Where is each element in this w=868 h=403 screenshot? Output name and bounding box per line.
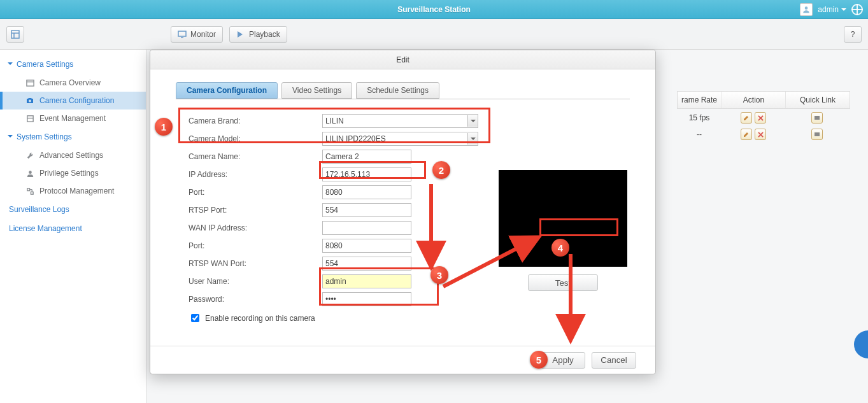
sidebar-header-system[interactable]: System Settings (0, 127, 146, 146)
delete-button[interactable] (755, 112, 766, 124)
test-button[interactable]: Test (528, 274, 598, 291)
input-wan-port[interactable] (322, 239, 411, 253)
svg-rect-9 (27, 115, 32, 121)
svg-rect-13 (31, 192, 33, 194)
label-port2: Port: (189, 241, 322, 250)
tab-schedule-settings[interactable]: Schedule Settings (356, 82, 439, 99)
cancel-label: Cancel (601, 355, 627, 365)
annotation-circle-2: 2 (432, 161, 450, 179)
svg-point-0 (805, 6, 808, 10)
monitor-icon (178, 30, 187, 39)
input-username[interactable] (322, 274, 411, 288)
sidebar-item-overview[interactable]: Camera Overview (0, 74, 146, 92)
monitor-button[interactable]: Monitor (171, 26, 223, 43)
pilot-view-button[interactable] (6, 26, 24, 43)
user-name: admin (818, 5, 839, 14)
select-brand[interactable]: LILIN (322, 114, 478, 128)
app-title: Surveillance Station (0, 0, 868, 19)
label-wanip: WAN IP Address: (189, 223, 322, 232)
collapse-icon (8, 135, 13, 140)
sidebar-item-label: Protocol Management (39, 187, 114, 195)
tab-camera-configuration[interactable]: Camera Configuration (176, 82, 278, 99)
globe-icon[interactable] (851, 4, 863, 15)
label-brand: Camera Brand: (189, 117, 322, 125)
label-model: Camera Model: (189, 134, 322, 143)
test-label: Test (555, 278, 571, 288)
input-rtsp-wan-port[interactable] (322, 257, 411, 271)
chevron-down-icon (841, 8, 846, 13)
label-name: Camera Name: (189, 152, 322, 161)
sidebar-item-advanced[interactable]: Advanced Settings (0, 146, 146, 164)
svg-rect-18 (815, 116, 820, 120)
label-user: User Name: (189, 277, 322, 286)
input-wan-ip[interactable] (322, 221, 411, 235)
help-button[interactable]: ? (844, 26, 862, 43)
col-framerate: rame Rate (678, 92, 722, 108)
collapse-icon (8, 62, 13, 67)
sidebar-item-protocol[interactable]: Protocol Management (0, 182, 146, 200)
sidebar-item-label: Event Management (39, 114, 106, 123)
edit-dialog: Edit Camera Configuration Video Settings… (150, 50, 656, 374)
input-port[interactable] (322, 185, 411, 199)
quicklink-button[interactable] (811, 112, 823, 124)
avatar[interactable] (800, 3, 813, 16)
sidebar-header-camera[interactable]: Camera Settings (0, 55, 146, 74)
input-password[interactable] (322, 292, 411, 306)
playback-label: Playback (249, 30, 280, 39)
svg-rect-6 (26, 80, 33, 85)
svg-rect-1 (11, 31, 19, 38)
svg-rect-4 (178, 31, 186, 36)
input-camera-name[interactable] (322, 150, 411, 164)
event-icon (25, 114, 34, 123)
annotation-circle-3: 3 (430, 266, 448, 284)
label-enable-recording: Enable recording on this camera (205, 314, 315, 323)
dialog-title: Edit (150, 50, 655, 69)
user-menu[interactable]: admin (818, 5, 846, 14)
cancel-button[interactable]: Cancel (592, 352, 636, 369)
delete-button[interactable] (755, 129, 766, 140)
sidebar-item-privilege[interactable]: Privilege Settings (0, 164, 146, 182)
svg-point-11 (29, 171, 32, 174)
cell-framerate: -- (677, 130, 722, 139)
cell-framerate: 15 fps (677, 113, 722, 122)
play-icon (236, 30, 245, 39)
overview-icon (25, 78, 34, 87)
annotation-circle-4: 4 (551, 239, 569, 257)
checkbox-enable-recording[interactable] (191, 314, 199, 322)
input-ip-address[interactable] (322, 167, 411, 181)
sidebar-item-label: Camera Configuration (39, 96, 114, 105)
select-brand-value: LILIN (325, 117, 344, 125)
camera-icon (25, 96, 34, 105)
grid-icon (11, 30, 20, 39)
svg-rect-12 (27, 188, 29, 190)
label-rtspwan: RTSP WAN Port: (189, 259, 322, 268)
tab-video-settings[interactable]: Video Settings (281, 82, 352, 99)
chevron-down-icon (467, 115, 478, 127)
apply-label: Apply (552, 355, 573, 365)
sidebar-item-configuration[interactable]: Camera Configuration (0, 92, 146, 110)
annotation-circle-1: 1 (155, 118, 173, 136)
toolbar: Monitor Playback ? (0, 19, 868, 50)
svg-rect-21 (815, 132, 820, 136)
sidebar: Camera Settings Camera Overview Camera C… (0, 50, 146, 403)
label-pass: Password: (189, 295, 322, 304)
protocol-icon (25, 187, 34, 195)
select-model[interactable]: LILIN IPD2220ES (322, 132, 478, 146)
edit-button[interactable] (741, 129, 752, 140)
chevron-down-icon (467, 133, 478, 145)
quicklink-button[interactable] (811, 129, 823, 140)
col-quicklink: Quick Link (786, 92, 850, 108)
wrench-icon (25, 151, 34, 160)
sidebar-label: System Settings (17, 132, 72, 141)
annotation-circle-5: 5 (530, 351, 548, 369)
sidebar-item-license[interactable]: License Management (0, 219, 146, 238)
input-rtsp-port[interactable] (322, 203, 411, 217)
label-rtsp: RTSP Port: (189, 206, 322, 215)
edit-button[interactable] (741, 112, 752, 124)
sidebar-item-event[interactable]: Event Management (0, 110, 146, 127)
user-icon (25, 169, 34, 178)
sidebar-label: Camera Settings (17, 60, 73, 69)
playback-button[interactable]: Playback (229, 26, 287, 43)
label-ip: IP Address: (189, 170, 322, 179)
sidebar-item-surveillance-logs[interactable]: Surveillance Logs (0, 200, 146, 219)
